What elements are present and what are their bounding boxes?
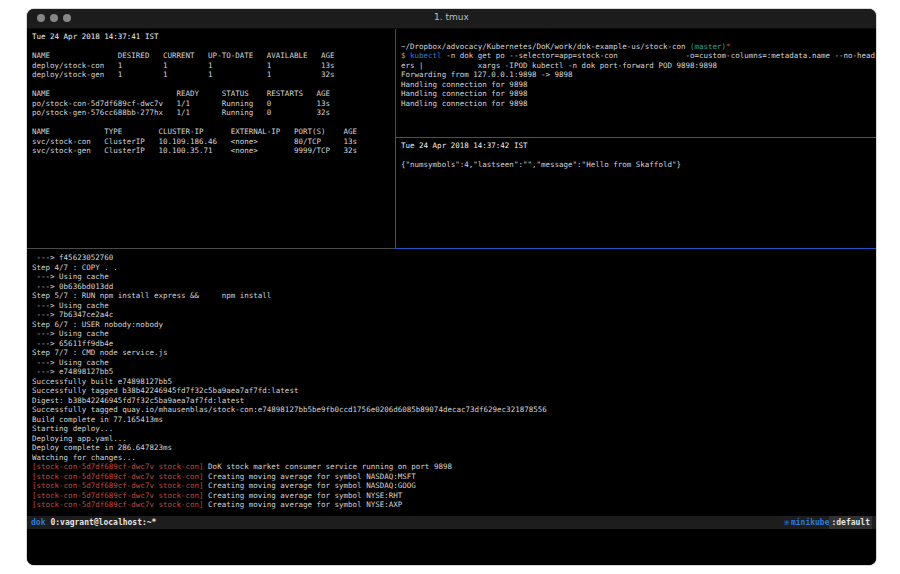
terminal-line: Digest: b38b42246945fd7f32c5ba9aea7af7fd… (32, 396, 876, 406)
tmux-terminal: Tue 24 Apr 2018 14:37:41 IST NAME DESIRE… (27, 29, 876, 565)
terminal-line: Step 6/7 : USER nobody:nobody (32, 320, 876, 330)
terminal-line: ---> e74898127bb5 (32, 367, 876, 377)
status-session-name: dok (31, 516, 45, 529)
terminal-line: ---> Using cache (32, 329, 876, 339)
terminal-line (401, 151, 875, 161)
terminal-line: Step 4/7 : COPY . . (32, 263, 876, 273)
terminal-line: svc/stock-gen ClusterIP 10.100.35.71 <no… (32, 146, 395, 156)
terminal-line: svc/stock-con ClusterIP 10.109.186.46 <n… (32, 137, 395, 147)
terminal-line: Successfully tagged quay.io/mhausenblas/… (32, 405, 876, 415)
screenshot-page: 1. tmux Tue 24 Apr 2018 14:37:41 IST NAM… (0, 0, 900, 574)
terminal-line: Starting deploy... (32, 424, 876, 434)
terminal-line: Deploying app.yaml... (32, 434, 876, 444)
terminal-line (32, 118, 395, 128)
active-pane-border-left[interactable] (395, 137, 396, 248)
terminal-line: Forwarding from 127.0.0.1:9898 -> 9898 (401, 70, 875, 80)
kubernetes-helm-icon: ⎈ (784, 516, 790, 529)
terminal-line: ers | xargs -IPOD kubectl -n dok port-fo… (401, 61, 875, 71)
terminal-line: ---> Using cache (32, 358, 876, 368)
window-titlebar: 1. tmux (27, 9, 876, 29)
terminal-line: Tue 24 Apr 2018 14:37:42 IST (401, 141, 875, 151)
active-pane-border-top[interactable] (395, 137, 876, 138)
status-window-label[interactable]: 0:vagrant@localhost:~* (50, 516, 156, 529)
terminal-line: Watching for changes... (32, 453, 876, 463)
pane-skaffold-log[interactable]: ---> f45623052760Step 4/7 : COPY . . ---… (27, 250, 876, 519)
terminal-line: Successfully tagged b38b42246945fd7f32c5… (32, 386, 876, 396)
terminal-line (32, 42, 395, 52)
terminal-line: Handling connection for 9898 (401, 80, 875, 90)
terminal-line: po/stock-gen-576cc688bb-277hx 1/1 Runnin… (32, 108, 395, 118)
terminal-line: Tue 24 Apr 2018 14:37:41 IST (32, 32, 395, 42)
terminal-line: ---> 7b6347ce2a4c (32, 310, 876, 320)
terminal-line: deploy/stock-gen 1 1 1 1 32s (32, 70, 395, 80)
terminal-line: [stock-con-5d7df689cf-dwc7v stock-con] C… (32, 472, 876, 482)
terminal-line: Handling connection for 9898 (401, 99, 875, 109)
terminal-line: [stock-con-5d7df689cf-dwc7v stock-con] D… (32, 462, 876, 472)
terminal-line: ~/Dropbox/advocacy/Kubernetes/DoK/work/d… (401, 42, 875, 52)
terminal-line: Handling connection for 9898 (401, 89, 875, 99)
active-pane-border-bottom[interactable] (395, 248, 876, 249)
terminal-line: Step 5/7 : RUN npm install express && np… (32, 291, 876, 301)
terminal-line: Successfully built e74898127bb5 (32, 377, 876, 387)
terminal-line: ---> Using cache (32, 272, 876, 282)
pane-service-response[interactable]: Tue 24 Apr 2018 14:37:42 IST {"numsymbol… (397, 138, 875, 251)
terminal-line: ---> f45623052760 (32, 253, 876, 263)
terminal-line: [stock-con-5d7df689cf-dwc7v stock-con] C… (32, 500, 876, 510)
pane-divider-vertical[interactable] (395, 29, 396, 137)
terminal-line: [stock-con-5d7df689cf-dwc7v stock-con] C… (32, 481, 876, 491)
terminal-line: po/stock-con-5d7df689cf-dwc7v 1/1 Runnin… (32, 99, 395, 109)
terminal-line: NAME DESIRED CURRENT UP-TO-DATE AVAILABL… (32, 51, 395, 61)
terminal-line: deploy/stock-con 1 1 1 1 13s (32, 61, 395, 71)
terminal-line: Deploy complete in 286.647823ms (32, 443, 876, 453)
terminal-line: Step 7/7 : CMD node service.js (32, 348, 876, 358)
pane-kubectl-watch[interactable]: Tue 24 Apr 2018 14:37:41 IST NAME DESIRE… (27, 29, 395, 251)
window-title: 1. tmux (27, 12, 876, 22)
terminal-line: [stock-con-5d7df689cf-dwc7v stock-con] C… (32, 491, 876, 501)
pane-port-forward[interactable]: ~/Dropbox/advocacy/Kubernetes/DoK/work/d… (397, 29, 875, 140)
terminal-line: Build complete in 77.165413ms (32, 415, 876, 425)
status-kube-context: minikube (791, 516, 830, 529)
pane-divider-horizontal[interactable] (27, 248, 395, 249)
terminal-line: $ kubectl -n dok get po --selector=app=s… (401, 51, 875, 61)
terminal-line (401, 32, 875, 42)
terminal-line: NAME TYPE CLUSTER-IP EXTERNAL-IP PORT(S)… (32, 127, 395, 137)
tmux-status-bar: dok 0:vagrant@localhost:~* ⎈ minikube :d… (27, 516, 876, 529)
terminal-line: {"numsymbols":4,"lastseen":"","message":… (401, 160, 875, 170)
terminal-window: 1. tmux Tue 24 Apr 2018 14:37:41 IST NAM… (27, 9, 876, 565)
terminal-line: ---> 65611ff9db4e (32, 339, 876, 349)
terminal-line (32, 80, 395, 90)
terminal-line: NAME READY STATUS RESTARTS AGE (32, 89, 395, 99)
status-kube-namespace: :default (829, 516, 872, 529)
terminal-line: ---> Using cache (32, 301, 876, 311)
status-right-segment: ⎈ minikube :default (784, 516, 872, 529)
terminal-line: ---> 0b636bd013dd (32, 282, 876, 292)
